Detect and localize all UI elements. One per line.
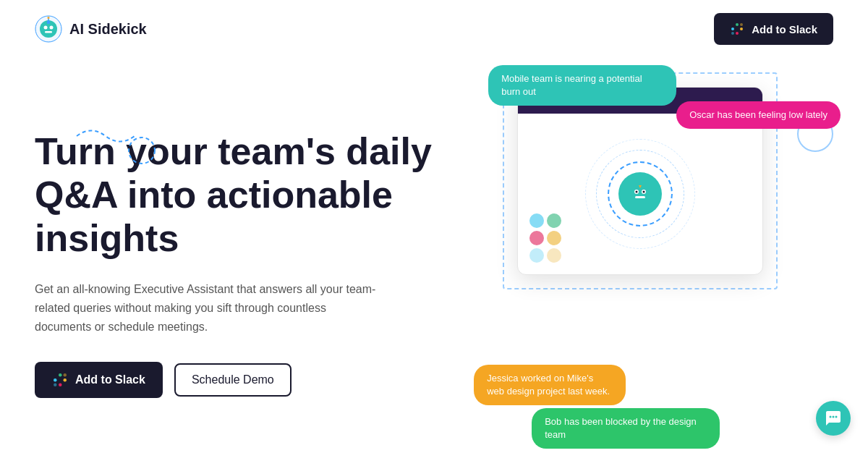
- logo: AI Sidekick: [35, 15, 147, 43]
- cta-buttons: Add to Slack Schedule Demo: [35, 362, 474, 398]
- svg-point-3: [50, 26, 54, 30]
- chat-icon: [825, 410, 842, 427]
- decorative-squiggle: [69, 122, 156, 172]
- slack-icon-main: [52, 372, 68, 388]
- right-section: Mobile team is nearing a potential burn …: [474, 58, 833, 453]
- left-section: Turn your team's daily Q&A into actionab…: [35, 58, 474, 453]
- svg-rect-17: [59, 373, 62, 377]
- svg-point-8: [48, 17, 50, 19]
- add-to-slack-header-button[interactable]: Add to Slack: [714, 13, 833, 45]
- svg-point-29: [833, 416, 835, 418]
- svg-point-2: [44, 26, 48, 30]
- add-to-slack-main-label: Add to Slack: [75, 373, 145, 386]
- bubble-bob: Bob has been blocked by the design team: [532, 408, 720, 449]
- add-to-slack-header-label: Add to Slack: [752, 23, 817, 35]
- svg-rect-4: [45, 31, 52, 33]
- header: AI Sidekick Add to Slack: [0, 0, 868, 58]
- svg-rect-18: [64, 378, 67, 382]
- robot-circle: [608, 161, 673, 226]
- schedule-demo-label: Schedule Demo: [192, 373, 274, 386]
- svg-rect-21: [64, 373, 67, 377]
- bubble-mobile-team: Mobile team is nearing a potential burn …: [488, 65, 676, 106]
- robot-face-svg: [627, 181, 653, 207]
- logo-icon: [35, 15, 62, 43]
- svg-rect-26: [635, 196, 645, 198]
- svg-rect-11: [740, 27, 743, 30]
- svg-rect-13: [731, 32, 734, 35]
- bubble-jessica: Jessica worked on Mike's web design proj…: [474, 365, 626, 405]
- hero-subtitle: Get an all-knowing Executive Assistant t…: [35, 280, 382, 336]
- svg-rect-12: [736, 32, 739, 35]
- main-content: Turn your team's daily Q&A into actionab…: [0, 58, 868, 453]
- svg-rect-20: [54, 384, 57, 387]
- svg-rect-10: [736, 23, 739, 26]
- logo-text: AI Sidekick: [69, 21, 147, 38]
- svg-marker-27: [639, 185, 642, 188]
- bubble-oscar: Oscar has been feeling low lately: [676, 101, 841, 129]
- svg-point-24: [636, 191, 638, 193]
- chat-widget-button[interactable]: [816, 401, 851, 436]
- svg-point-15: [129, 137, 155, 164]
- add-to-slack-main-button[interactable]: Add to Slack: [35, 362, 163, 398]
- svg-rect-9: [731, 27, 734, 30]
- svg-point-25: [643, 191, 645, 193]
- robot-face: [618, 172, 662, 216]
- svg-rect-19: [59, 384, 62, 387]
- svg-rect-16: [54, 378, 57, 382]
- browser-content: [518, 114, 762, 274]
- schedule-demo-button[interactable]: Schedule Demo: [174, 363, 292, 397]
- svg-point-30: [835, 416, 838, 418]
- svg-rect-14: [740, 23, 743, 26]
- slack-logo-decoration: [529, 213, 561, 263]
- slack-icon-header: [730, 22, 744, 36]
- svg-point-28: [830, 416, 832, 418]
